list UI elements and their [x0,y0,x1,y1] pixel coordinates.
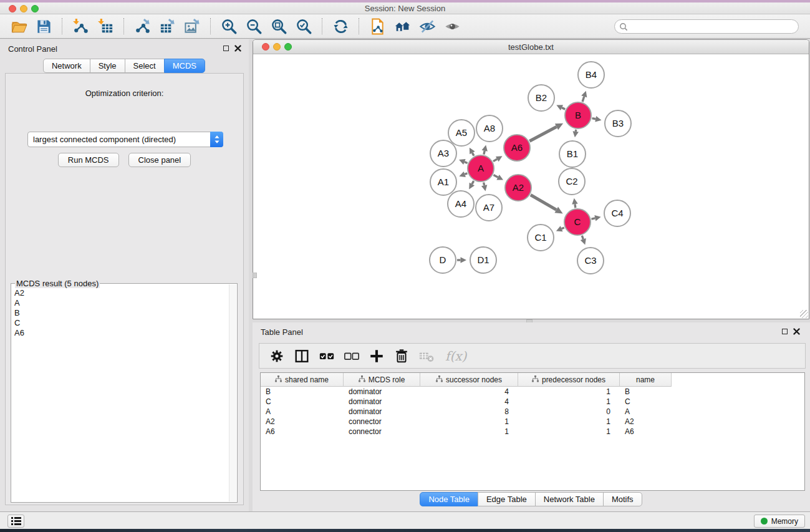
export-table-icon[interactable] [157,16,178,37]
close-window-button[interactable] [9,5,16,12]
graph-node-A3[interactable]: A3 [430,140,456,167]
mcds-result-item[interactable]: A [12,297,228,307]
graph-node-D[interactable]: D [430,247,456,273]
first-neighbors-icon[interactable] [392,16,413,37]
tab-style[interactable]: Style [90,59,125,73]
tab-motifs[interactable]: Motifs [603,492,642,506]
deselect-all-checkbox-icon[interactable] [343,347,360,365]
network-zoom-button[interactable] [284,43,292,51]
zoom-in-icon[interactable] [218,16,239,37]
float-panel-icon[interactable] [223,46,229,51]
resize-grip-icon[interactable] [800,310,808,318]
search-field[interactable] [614,19,799,34]
graph-node-A5[interactable]: A5 [448,120,475,146]
memory-button[interactable]: Memory [754,515,805,528]
graph-node-B1[interactable]: B1 [559,141,586,167]
table-cell: A2 [620,417,672,427]
table-tabbar: Node TableEdge TableNetwork TableMotifs [253,492,810,506]
column-header-shared-name[interactable]: shared name [261,373,344,387]
graph-node-B2[interactable]: B2 [528,85,554,111]
graph-node-B[interactable]: B [565,102,591,128]
close-panel-icon[interactable] [234,45,241,52]
zoom-fit-icon[interactable] [268,16,289,37]
graph-node-B4[interactable]: B4 [578,62,604,88]
network-close-button[interactable] [262,43,269,51]
graph-node-C3[interactable]: C3 [577,248,604,274]
table-row[interactable]: Adominator80A [261,407,804,417]
svg-text:B2: B2 [536,92,547,103]
graph-node-A8[interactable]: A8 [476,115,503,142]
graph-node-A6[interactable]: A6 [504,135,530,161]
vertical-splitter-handle[interactable] [253,273,257,278]
mcds-result-item[interactable]: C [12,317,228,327]
column-header-successor-nodes[interactable]: successor nodes [420,373,518,387]
show-all-icon[interactable] [441,16,463,37]
tab-select[interactable]: Select [125,59,165,73]
fx-icon: f(x) [443,349,466,364]
graph-node-A7[interactable]: A7 [476,195,502,221]
graph-node-B3[interactable]: B3 [605,110,631,137]
import-table-icon[interactable] [95,16,116,37]
tab-network[interactable]: Network [43,59,90,73]
column-header-name[interactable]: name [620,373,672,387]
zoom-out-icon[interactable] [243,16,264,37]
tab-mcds[interactable]: MCDS [164,59,205,73]
column-header-predecessor-nodes[interactable]: predecessor nodes [518,373,620,387]
table-row[interactable]: Bdominator41B [261,387,804,397]
mcds-result-scrollbar[interactable] [229,284,236,501]
hide-selected-icon[interactable] [417,16,438,37]
svg-text:B1: B1 [567,148,578,159]
refresh-icon[interactable] [330,16,351,37]
open-folder-icon[interactable] [8,16,29,37]
task-history-button[interactable] [7,515,24,528]
new-network-from-selection-icon[interactable] [367,16,388,37]
table-cell: connector [344,427,420,437]
add-column-icon[interactable] [368,347,385,365]
graph-node-A2[interactable]: A2 [505,175,531,201]
column-header-MCDS-role[interactable]: MCDS role [344,373,420,387]
minimize-window-button[interactable] [20,5,27,12]
close-panel-button[interactable]: Close panel [128,153,191,167]
select-all-checkbox-icon[interactable] [318,347,335,365]
mcds-result-item[interactable]: A2 [12,288,228,297]
mcds-result-item[interactable]: A6 [12,327,228,337]
export-image-icon[interactable] [181,16,203,37]
network-window-titlebar[interactable]: testGlobe.txt [253,40,809,54]
columns-icon[interactable] [293,347,311,365]
graph-node-A1[interactable]: A1 [430,169,456,195]
graph-node-C[interactable]: C [564,209,591,235]
mcds-result-item[interactable]: B [12,307,228,317]
close-table-panel-icon[interactable] [793,328,800,335]
graph-node-C1[interactable]: C1 [528,225,554,251]
zoom-selected-icon[interactable] [293,16,314,37]
select-stepper-icon[interactable] [210,132,223,147]
gear-icon[interactable] [268,347,286,365]
tab-edge-table[interactable]: Edge Table [478,492,536,506]
float-table-panel-icon[interactable] [782,329,788,334]
graph-node-A4[interactable]: A4 [448,191,474,217]
network-canvas[interactable]: B4B2BB3A5A8A6A3B1AA1C2A2A4A7C4CC1C3DD1 [253,54,809,319]
import-network-icon[interactable] [70,16,91,37]
tab-node-table[interactable]: Node Table [420,492,478,506]
export-network-icon[interactable] [132,16,153,37]
main-toolbar [0,14,810,39]
save-icon[interactable] [33,16,54,37]
table-row[interactable]: A2connector11A2 [261,417,804,427]
delete-column-icon[interactable] [393,347,410,365]
search-input[interactable] [630,21,794,32]
graph-node-A[interactable]: A [468,155,494,181]
graph-node-C2[interactable]: C2 [559,168,585,195]
graph-node-D1[interactable]: D1 [470,247,496,273]
mcds-result-list[interactable]: A2ABCA6 [12,288,228,501]
table-row[interactable]: A6connector11A6 [261,427,804,437]
delete-table-icon[interactable] [418,347,435,365]
table-row[interactable]: Cdominator41C [261,397,804,407]
node-table[interactable]: shared nameMCDS rolesuccessor nodesprede… [260,372,805,491]
network-minimize-button[interactable] [273,43,281,51]
network-graph[interactable]: B4B2BB3A5A8A6A3B1AA1C2A2A4A7C4CC1C3DD1 [253,54,809,319]
optimization-criterion-select[interactable]: largest connected component (directed) [27,132,223,147]
graph-node-C4[interactable]: C4 [604,200,630,226]
zoom-window-button[interactable] [31,5,39,12]
run-mcds-button[interactable]: Run MCDS [58,153,119,167]
tab-network-table[interactable]: Network Table [535,492,604,506]
